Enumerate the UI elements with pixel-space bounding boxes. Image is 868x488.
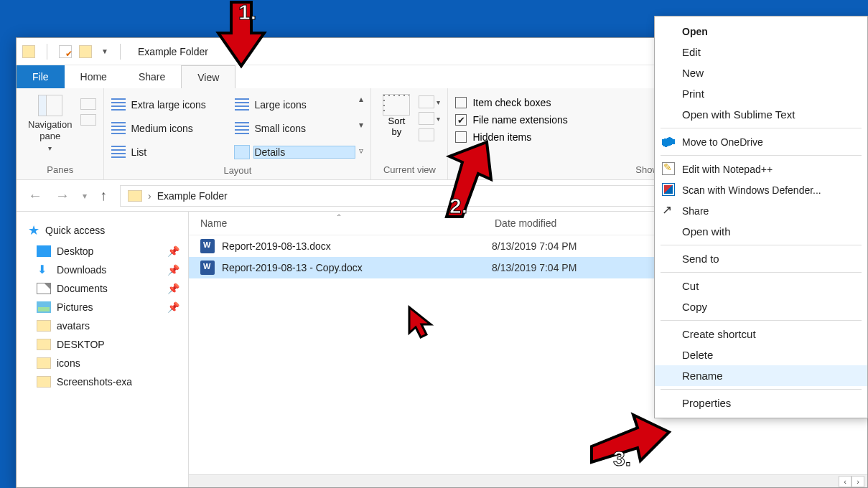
ctx-edit[interactable]: Edit bbox=[655, 42, 867, 62]
group-by-button[interactable]: ▾ bbox=[419, 95, 440, 108]
chevron-down-icon[interactable]: ▼ bbox=[101, 47, 108, 55]
layout-list[interactable]: List bbox=[131, 146, 231, 158]
tab-share[interactable]: Share bbox=[123, 65, 181, 88]
star-icon: ★ bbox=[28, 222, 39, 238]
tab-home[interactable]: Home bbox=[65, 65, 123, 88]
ctx-rename[interactable]: Rename bbox=[655, 365, 867, 386]
ctx-move-onedrive[interactable]: Move to OneDrive bbox=[655, 131, 867, 152]
file-extensions-toggle[interactable]: ✔File name extensions bbox=[455, 114, 567, 126]
recent-dropdown[interactable]: ▾ bbox=[80, 191, 90, 201]
checkbox-icon bbox=[455, 97, 467, 108]
folder-icon bbox=[22, 45, 35, 58]
defender-icon bbox=[662, 183, 675, 196]
pic-icon bbox=[37, 301, 51, 313]
quick-access-toolbar: ✔ ▼ bbox=[22, 44, 125, 60]
sidebar-item-label: DESKTOP bbox=[57, 339, 105, 350]
groupby-icon bbox=[419, 95, 434, 108]
ctx-new[interactable]: New bbox=[655, 62, 867, 83]
layout-extra-large[interactable]: Extra large icons bbox=[131, 99, 231, 111]
ctx-cut[interactable]: Cut bbox=[655, 276, 867, 296]
sidebar-item[interactable]: Downloads📌 bbox=[17, 261, 188, 279]
up-button[interactable]: ↑ bbox=[97, 187, 110, 204]
chevron-right-icon: › bbox=[148, 190, 151, 202]
layout-large[interactable]: Large icons bbox=[254, 99, 355, 111]
hidden-items-toggle[interactable]: Hidden items bbox=[455, 131, 567, 143]
navigation-sidebar[interactable]: ★ Quick access Desktop📌Downloads📌Documen… bbox=[17, 212, 189, 487]
ctx-print[interactable]: Print bbox=[655, 83, 867, 104]
sidebar-item[interactable]: Documents📌 bbox=[17, 279, 188, 298]
sidebar-item[interactable]: Screenshots-exa bbox=[17, 372, 188, 391]
addcol-icon bbox=[419, 112, 434, 125]
pin-icon: 📌 bbox=[167, 264, 179, 276]
separator bbox=[47, 44, 47, 60]
sidebar-item[interactable]: Desktop📌 bbox=[17, 242, 188, 261]
back-button[interactable]: ← bbox=[25, 187, 45, 204]
layout-medium[interactable]: Medium icons bbox=[131, 123, 231, 134]
scroll-left-icon[interactable]: ‹ bbox=[839, 476, 851, 487]
new-folder-icon[interactable] bbox=[79, 45, 92, 58]
layout-scroll[interactable]: ▴ ▾ ▿ bbox=[359, 91, 363, 156]
tab-file[interactable]: File bbox=[17, 65, 65, 88]
context-menu[interactable]: Open Edit New Print Open with Sublime Te… bbox=[654, 16, 868, 418]
lg-icons-icon bbox=[235, 98, 249, 111]
separator bbox=[661, 272, 862, 273]
file-name: Report-2019-08-13.docx bbox=[222, 240, 492, 252]
ctx-properties[interactable]: Properties bbox=[655, 393, 867, 413]
horizontal-scrollbar[interactable]: ‹ › bbox=[189, 474, 867, 487]
size-columns-button[interactable] bbox=[419, 128, 440, 141]
sidebar-item-label: Screenshots-exa bbox=[57, 376, 132, 388]
sidebar-quick-access[interactable]: ★ Quick access bbox=[17, 219, 188, 242]
group-layout: Extra large icons Large icons Medium ico… bbox=[104, 88, 371, 179]
group-label: Layout bbox=[111, 163, 363, 180]
ctx-create-shortcut[interactable]: Create shortcut bbox=[655, 324, 867, 344]
sidebar-item-label: Pictures bbox=[57, 301, 93, 313]
more-icon[interactable]: ▿ bbox=[359, 146, 363, 156]
ctx-open[interactable]: Open bbox=[655, 21, 867, 42]
details-pane-icon[interactable] bbox=[80, 114, 96, 126]
chevron-down-icon[interactable]: ▾ bbox=[359, 120, 363, 130]
chevron-down-icon: ▾ bbox=[48, 144, 52, 152]
scroll-right-icon[interactable]: › bbox=[851, 476, 864, 487]
sidebar-item-label: Desktop bbox=[57, 245, 93, 257]
chevron-up-icon[interactable]: ▴ bbox=[359, 94, 363, 104]
preview-pane-icon[interactable] bbox=[80, 98, 96, 110]
sidebar-item-label: Documents bbox=[57, 283, 108, 294]
folder-icon bbox=[128, 190, 142, 202]
separator bbox=[120, 44, 121, 60]
ctx-send-to[interactable]: Send to bbox=[655, 248, 867, 269]
pin-icon: 📌 bbox=[167, 245, 179, 257]
ctx-share[interactable]: Share bbox=[655, 200, 867, 221]
annotation-number-2: 2. bbox=[449, 194, 467, 218]
sidebar-item[interactable]: avatars bbox=[17, 316, 188, 335]
ctx-scan-defender[interactable]: Scan with Windows Defender... bbox=[655, 179, 867, 200]
add-columns-button[interactable]: ▾ bbox=[419, 112, 440, 125]
ctx-open-sublime[interactable]: Open with Sublime Text bbox=[655, 104, 867, 125]
sidebar-item[interactable]: Pictures📌 bbox=[17, 298, 188, 316]
sort-by-button[interactable]: Sort by bbox=[378, 91, 414, 137]
sidebar-item-label: Downloads bbox=[57, 264, 106, 276]
sidebar-item[interactable]: icons bbox=[17, 354, 188, 372]
group-label: Current view bbox=[378, 162, 440, 179]
tab-view[interactable]: View bbox=[181, 65, 235, 88]
column-name[interactable]: ⌃Name bbox=[189, 217, 483, 229]
layout-small[interactable]: Small icons bbox=[254, 123, 355, 134]
pin-icon: 📌 bbox=[167, 301, 179, 313]
ctx-delete[interactable]: Delete bbox=[655, 344, 867, 365]
desktop-icon bbox=[37, 245, 51, 257]
sidebar-item-label: avatars bbox=[57, 320, 90, 332]
item-checkboxes-toggle[interactable]: Item check boxes bbox=[455, 97, 567, 108]
navigation-pane-button[interactable]: Navigation pane ▾ bbox=[24, 91, 76, 152]
ctx-open-with[interactable]: Open with bbox=[655, 221, 867, 242]
window-title: Example Folder bbox=[138, 46, 208, 57]
properties-icon[interactable]: ✔ bbox=[59, 45, 72, 58]
folder-icon bbox=[37, 357, 51, 369]
column-date-modified[interactable]: Date modified bbox=[483, 217, 641, 229]
file-name: Report-2019-08-13 - Copy.docx bbox=[222, 262, 492, 273]
ctx-copy[interactable]: Copy bbox=[655, 296, 867, 317]
separator bbox=[661, 320, 862, 321]
sidebar-item[interactable]: DESKTOP bbox=[17, 335, 188, 354]
file-date: 8/13/2019 7:04 PM bbox=[492, 240, 577, 252]
separator bbox=[661, 389, 862, 390]
layout-details[interactable]: Details bbox=[254, 146, 355, 158]
ctx-edit-notepadpp[interactable]: Edit with Notepad++ bbox=[655, 159, 867, 179]
